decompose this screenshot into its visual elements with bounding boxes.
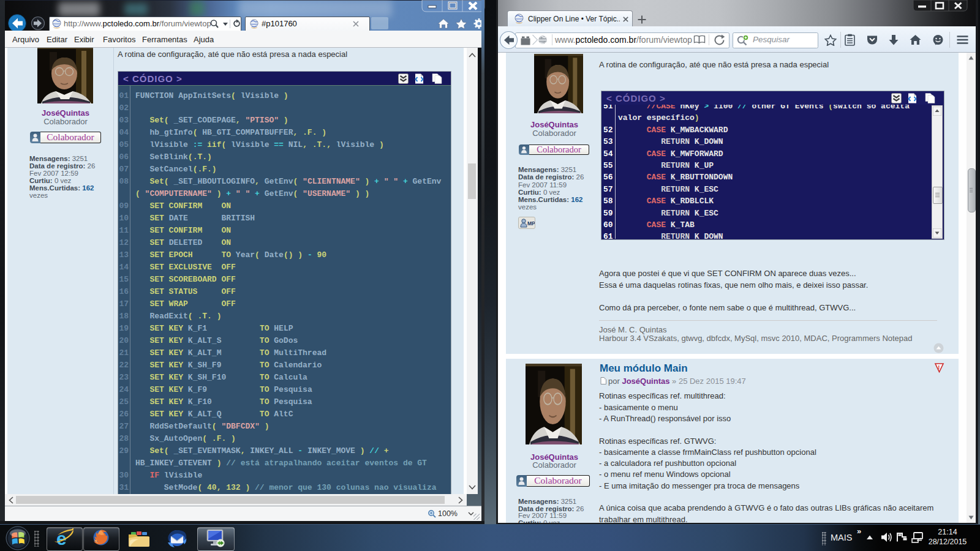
svg-text:MP: MP <box>527 220 535 227</box>
svg-text:!: ! <box>938 364 940 370</box>
